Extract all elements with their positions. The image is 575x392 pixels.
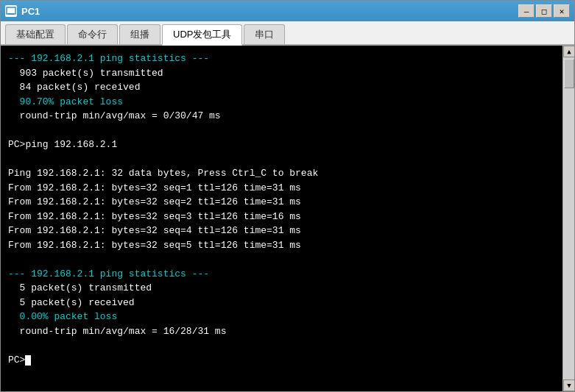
- window-icon: [5, 5, 17, 17]
- terminal-line-13: --- 192.168.2.1 ping statistics ---: [8, 268, 209, 279]
- main-window: PC1 — □ ✕ 基础配置 命令行 组播 UDP发包工具 串口 --- 192…: [0, 0, 575, 392]
- title-bar: PC1 — □ ✕: [1, 1, 574, 21]
- terminal-line-6: PC>ping 192.168.2.1: [8, 139, 117, 150]
- scrollbar-track[interactable]: [563, 57, 574, 379]
- tab-serial[interactable]: 串口: [244, 24, 285, 44]
- tab-multicast[interactable]: 组播: [119, 24, 160, 44]
- terminal-line-17: round-trip min/avg/max = 16/28/31 ms: [8, 326, 226, 337]
- terminal-line-5: round-trip min/avg/max = 0/30/47 ms: [8, 110, 221, 121]
- close-button[interactable]: ✕: [554, 4, 570, 18]
- scrollbar[interactable]: ▲ ▼: [562, 46, 574, 391]
- terminal-line-12: From 192.168.2.1: bytes=32 seq=5 ttl=126…: [8, 240, 301, 251]
- scrollbar-thumb[interactable]: [564, 59, 574, 88]
- minimize-button[interactable]: —: [518, 4, 535, 18]
- terminal-line-2: 903 packet(s) transmitted: [8, 68, 163, 79]
- terminal-wrapper: --- 192.168.2.1 ping statistics --- 903 …: [1, 46, 574, 391]
- terminal-line-3: 84 packet(s) received: [8, 82, 140, 93]
- title-bar-left: PC1: [5, 5, 40, 17]
- title-bar-buttons: — □ ✕: [518, 4, 570, 18]
- terminal[interactable]: --- 192.168.2.1 ping statistics --- 903 …: [1, 46, 562, 391]
- terminal-line-9: From 192.168.2.1: bytes=32 seq=2 ttl=126…: [8, 196, 301, 207]
- svg-rect-0: [7, 7, 15, 14]
- tab-basic-config[interactable]: 基础配置: [5, 24, 66, 44]
- tab-udp-tool[interactable]: UDP发包工具: [162, 24, 242, 46]
- terminal-prompt: PC>: [8, 354, 31, 366]
- terminal-line-16: 0.00% packet loss: [8, 311, 117, 322]
- terminal-line-14: 5 packet(s) transmitted: [8, 282, 152, 293]
- scrollbar-down-button[interactable]: ▼: [563, 379, 574, 391]
- window-title: PC1: [21, 6, 40, 17]
- terminal-line-8: From 192.168.2.1: bytes=32 seq=1 ttl=126…: [8, 182, 301, 193]
- cursor: [25, 355, 31, 366]
- terminal-line-15: 5 packet(s) received: [8, 297, 135, 308]
- scrollbar-up-button[interactable]: ▲: [563, 46, 574, 57]
- tab-command-line[interactable]: 命令行: [67, 24, 118, 44]
- svg-rect-1: [8, 13, 14, 15]
- terminal-line-7: Ping 192.168.2.1: 32 data bytes, Press C…: [8, 168, 318, 179]
- terminal-line-1: --- 192.168.2.1 ping statistics ---: [8, 53, 209, 64]
- content-area: --- 192.168.2.1 ping statistics --- 903 …: [1, 46, 574, 391]
- tab-bar: 基础配置 命令行 组播 UDP发包工具 串口: [1, 21, 574, 46]
- maximize-button[interactable]: □: [536, 4, 552, 18]
- terminal-line-10: From 192.168.2.1: bytes=32 seq=3 ttl=126…: [8, 211, 301, 222]
- terminal-line-11: From 192.168.2.1: bytes=32 seq=4 ttl=126…: [8, 225, 301, 236]
- terminal-line-4: 90.70% packet loss: [8, 96, 123, 107]
